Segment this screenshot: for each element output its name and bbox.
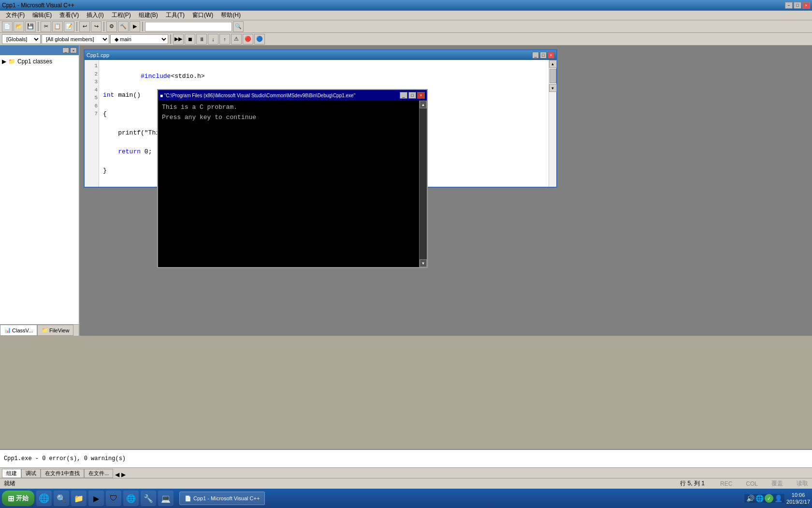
folder-icon: 📁 [74,494,84,503]
main-layout: _ × ▶ 📁 Cpp1 classes 📊 ClassV... 📁 FileV… [0,45,812,336]
fileview-label: FileView [49,328,69,333]
return-val: 0; [141,148,152,155]
panel-close-btn[interactable]: × [70,47,77,53]
output-tab-build[interactable]: 组建 [2,469,21,478]
cut-button[interactable]: ✂ [41,21,51,32]
code-minimize-btn[interactable]: _ [532,52,539,59]
taskbar-icon-monitor[interactable]: 💻 [158,491,174,506]
status-bar: 就绪 行 5, 列 1 REC COL 覆盖 读取 [0,478,812,489]
active-window-label: Cpp1 - Microsoft Visual C++ [193,495,260,501]
taskbar-icon-ie[interactable]: 🌐 [36,491,52,506]
scroll-thumb[interactable] [550,69,556,83]
left-panel: _ × ▶ 📁 Cpp1 classes 📊 ClassV... 📁 FileV… [0,45,80,336]
line-numbers: 1234567 [85,60,99,187]
build-button[interactable]: 🔨 [118,21,129,32]
output-tab-debug[interactable]: 调试 [21,469,41,478]
debug-stop-btn[interactable]: ⏹ [185,34,195,45]
debug-stepout-btn[interactable]: ↑ [219,34,230,45]
status-read: 读取 [797,479,808,488]
taskbar-icon-media[interactable]: ▶ [88,491,104,506]
taskbar-icon-search[interactable]: 🔍 [54,491,69,506]
tree-expand-icon: ▶ [2,58,6,65]
output-nav-arrow[interactable]: ◀ ▶ [115,471,125,478]
include-lib: <stdio.h> [171,73,204,80]
tree-item-cpp1classes[interactable]: ▶ 📁 Cpp1 classes [2,57,77,66]
console-scroll-up[interactable]: ▲ [420,101,427,108]
maximize-button[interactable]: □ [794,2,801,9]
copy-button[interactable]: 📋 [52,21,63,32]
tab-fileview[interactable]: 📁 FileView [37,325,73,336]
redo-button[interactable]: ↪ [91,21,102,32]
scroll-down-btn[interactable]: ▼ [549,84,557,92]
menu-build[interactable]: 组建(B) [135,10,162,20]
console-maximize-btn[interactable]: □ [408,92,416,99]
code-scrollbar[interactable]: ▲ ▼ [549,60,556,187]
new-button[interactable]: 📄 [2,21,13,32]
paste-button[interactable]: 📝 [64,21,74,32]
console-titlebar: ■ "C:\Program Files (x86)\Microsoft Visu… [158,90,427,101]
console-line2: Press any key to continue [162,113,415,123]
int-keyword: int [103,91,114,99]
scroll-up-btn[interactable]: ▲ [549,60,557,68]
close-button[interactable]: × [802,2,810,9]
output-panel: Cpp1.exe - 0 error(s), 0 warning(s) 组建 调… [0,449,812,478]
menu-file[interactable]: 文件(F) [2,10,29,20]
search-button[interactable]: 🔍 [233,21,244,32]
debug-warn-btn[interactable]: ⚠ [231,34,242,45]
toolbar-sep1 [38,22,39,31]
taskbar-icon-security[interactable]: 🛡 [106,491,121,506]
save-button[interactable]: 💾 [25,21,36,32]
panel-minimize-btn[interactable]: _ [62,47,69,53]
title-bar: Cpp1 - Microsoft Visual C++ − □ × [0,0,812,11]
taskbar-active-window[interactable]: 📄 Cpp1 - Microsoft Visual C++ [179,492,265,505]
class-tree: ▶ 📁 Cpp1 classes [0,55,79,324]
tray-green-circle: ✓ [765,494,773,503]
taskbar-right: 🔊 🌐 ✓ 👤 10:06 2019/2/17 [744,492,810,506]
console-scrollbar[interactable]: ▲ ▼ [419,101,427,267]
menu-insert[interactable]: 插入(I) [83,10,107,20]
return-stmt [103,148,118,155]
search-input[interactable] [145,22,232,31]
output-tab-findinfile2[interactable]: 在文件... [84,469,113,478]
code-window-filename: Cpp1.cpp [87,52,109,58]
open-button[interactable]: 📂 [14,21,24,32]
debug-run-btn[interactable]: ▶▶ [173,34,184,45]
console-close-btn[interactable]: × [417,92,425,99]
menu-help[interactable]: 帮助(H) [217,10,245,20]
taskbar-icon-network[interactable]: 🔧 [141,491,156,506]
console-minimize-btn[interactable]: _ [400,92,407,99]
undo-button[interactable]: ↩ [79,21,90,32]
debug-step-btn[interactable]: ↓ [208,34,218,45]
debug-bp-btn[interactable]: 🔴 [243,34,253,45]
console-body: This is a C probram. Press any key to co… [158,101,427,267]
code-close-btn[interactable]: × [548,52,554,59]
debug-pause-btn[interactable]: ⏸ [196,34,207,45]
code-maximize-btn[interactable]: □ [540,52,547,59]
tab-classview[interactable]: 📊 ClassV... [0,325,37,336]
taskbar-icon-folder[interactable]: 📁 [71,491,87,506]
minimize-button[interactable]: − [785,2,793,9]
console-controls: _ □ × [400,92,425,99]
main-func: main() [114,91,141,99]
taskbar: ⊞ 开始 🌐 🔍 📁 ▶ 🛡 🌐 🔧 💻 📄 Cpp1 - Microsoft … [0,489,812,508]
run-button[interactable]: ▶ [130,21,140,32]
debug-extra-btn[interactable]: 🔵 [254,34,265,45]
console-scroll-down[interactable]: ▼ [420,259,427,267]
output-tab-findinfile1[interactable]: 在文件1中查找 [41,469,84,478]
menu-tools[interactable]: 工具(T) [162,10,188,20]
browser-icon: 🌐 [126,494,136,503]
globals-dropdown[interactable]: [Globals] [2,34,41,44]
title-bar-controls: − □ × [785,2,810,9]
compile-button[interactable]: ⚙ [106,21,117,32]
search-icon: 🔍 [57,494,66,503]
main-dropdown[interactable]: ◆ main [110,34,168,44]
taskbar-icon-browser[interactable]: 🌐 [123,491,139,506]
start-button[interactable]: ⊞ 开始 [2,491,34,506]
windows-logo-icon: ⊞ [8,494,14,503]
menu-edit[interactable]: 编辑(E) [29,10,56,20]
tray-user-icon: 👤 [774,494,783,502]
menu-view[interactable]: 查看(V) [56,10,83,20]
menu-window[interactable]: 窗口(W) [188,10,217,20]
menu-project[interactable]: 工程(P) [108,10,135,20]
members-dropdown[interactable]: [All global members] [42,34,109,44]
